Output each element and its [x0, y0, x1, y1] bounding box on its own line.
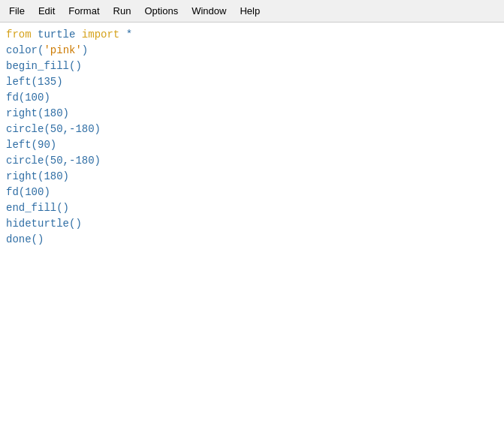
- code-line-14: done(): [6, 232, 498, 248]
- menubar: File Edit Format Run Options Window Help: [0, 0, 504, 23]
- menu-run[interactable]: Run: [107, 2, 137, 20]
- code-line-13: hideturtle(): [6, 216, 498, 232]
- code-line-4: left(135): [6, 74, 498, 90]
- code-line-5: fd(100): [6, 90, 498, 106]
- code-line-10: right(180): [6, 169, 498, 185]
- menu-options[interactable]: Options: [138, 2, 184, 20]
- code-line-3: begin_fill(): [6, 59, 498, 74]
- code-line-9: circle(50,-180): [6, 153, 498, 169]
- menu-file[interactable]: File: [3, 2, 31, 20]
- code-editor[interactable]: from turtle import * color('pink') begin…: [0, 23, 504, 427]
- menu-window[interactable]: Window: [186, 2, 232, 20]
- code-line-6: right(180): [6, 106, 498, 122]
- code-line-2: color('pink'): [6, 43, 498, 59]
- code-line-11: fd(100): [6, 185, 498, 200]
- code-line-1: from turtle import *: [6, 27, 498, 43]
- menu-format[interactable]: Format: [62, 2, 105, 20]
- menu-help[interactable]: Help: [234, 2, 266, 20]
- menu-edit[interactable]: Edit: [32, 2, 61, 20]
- code-line-12: end_fill(): [6, 200, 498, 216]
- code-line-7: circle(50,-180): [6, 122, 498, 137]
- code-line-8: left(90): [6, 137, 498, 153]
